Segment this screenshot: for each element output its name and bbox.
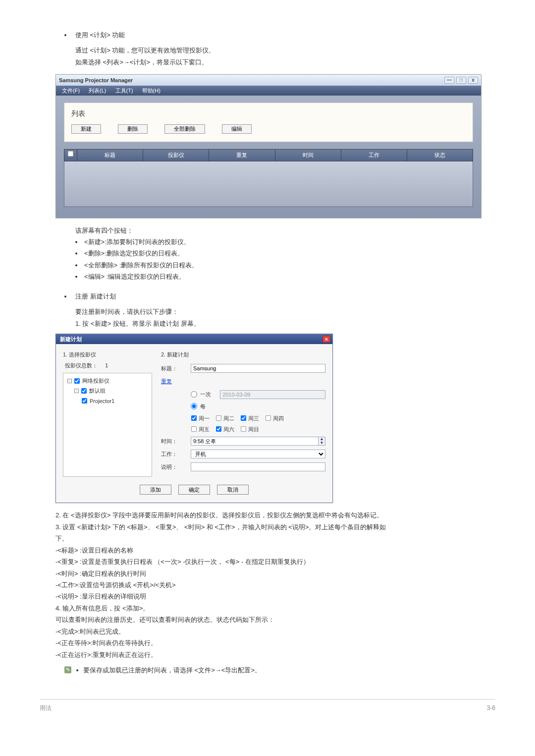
chk-tue[interactable] (216, 415, 221, 421)
def-title: -<标题> :设置日程表的名称 (55, 545, 495, 555)
projector-tree[interactable]: - 网络投影仪 - 默认组 Projector1 (63, 373, 152, 477)
maximize-button[interactable]: □ (456, 77, 466, 84)
def-desc: -<说明> :显示日程表的详细说明 (55, 591, 495, 602)
tree-collapse-icon[interactable]: - (74, 389, 79, 393)
weekday-group: 周一 周二 周三 周四 周五 周六 周日 (191, 414, 325, 434)
note-icon: ✎ (64, 666, 71, 673)
desc-input[interactable] (191, 462, 325, 471)
new-button[interactable]: 新建 (71, 124, 101, 134)
delete-button[interactable]: 删除 (118, 124, 148, 134)
menu-file[interactable]: 文件(F) (62, 86, 80, 95)
tree-item-label: Projector1 (90, 397, 114, 405)
window-titlebar: Samsung Projector Manager — □ x (56, 75, 481, 86)
projector-count-value: 1 (105, 362, 108, 368)
step2: 2. 在 <选择投影仪> 字段中选择要应用新时间表的投影仪。选择投影仪后，投影仪… (55, 510, 495, 520)
menu-help[interactable]: 帮助(H) (142, 86, 160, 95)
btn-desc-edit: <编辑> :编辑选定投影仪的日程表。 (84, 271, 185, 282)
tree-root-label: 网络投影仪 (82, 376, 109, 385)
radio-every[interactable] (191, 403, 197, 409)
list-panel-title: 列表 (71, 108, 466, 119)
chk-fri[interactable] (191, 426, 197, 432)
register-line1: 要注册新时间表，请执行以下步骤： (40, 306, 495, 317)
btn-desc-delete: <删除>:删除选定投影仪的日程表。 (84, 248, 184, 258)
menu-list[interactable]: 列表(L) (89, 86, 106, 95)
label-repeat: 重复 (161, 377, 191, 386)
status-waiting: -<正在等待>:时间表仍在等待执行。 (55, 638, 495, 648)
chk-wed[interactable] (241, 415, 246, 421)
time-input[interactable] (191, 437, 319, 446)
intro-line2: 通过 <计划> 功能，您可以更有效地管理投影仪。 (40, 45, 495, 55)
bullet-dot (64, 34, 66, 36)
btn-desc-new: <新建>:添加要制订时间表的投影仪。 (84, 237, 190, 247)
bullet-dot (64, 296, 66, 298)
dialog-close-button[interactable]: × (322, 336, 330, 343)
projector-count-label: 投影仪总数： (65, 362, 98, 368)
chk-sun[interactable] (241, 426, 246, 432)
new-schedule-title: 2. 新建计划 (161, 350, 325, 359)
chk-mon[interactable] (191, 415, 197, 421)
list-panel: 列表 新建 删除 全部删除 编辑 (64, 102, 473, 142)
def-work: -<工作>:设置信号源切换或 <开机>/<关机> (55, 580, 495, 590)
projector-manager-window: Samsung Projector Manager — □ x 文件(F) 列表… (55, 74, 482, 218)
intro-line3: 如果选择 <列表>→<计划>，将显示以下窗口。 (40, 57, 495, 67)
tree-group-checkbox[interactable] (81, 388, 87, 394)
select-projector-title: 1. 选择投影仪 (63, 350, 152, 359)
intro-line1: 使用 <计划> 功能 (75, 30, 495, 40)
label-desc: 说明： (161, 462, 191, 471)
col-title[interactable]: 标题 (77, 150, 143, 160)
label-title: 标题： (161, 364, 191, 373)
col-projector[interactable]: 投影仪 (143, 150, 209, 160)
radio-every-label: 每 (200, 402, 206, 411)
step3b: 下。 (55, 533, 495, 544)
label-work: 工作： (161, 450, 191, 458)
add-button[interactable]: 添加 (140, 485, 171, 495)
tree-root-checkbox[interactable] (74, 378, 80, 384)
select-all-checkbox[interactable] (68, 151, 74, 157)
delete-all-button[interactable]: 全部删除 (164, 124, 205, 134)
window-title: Samsung Projector Manager (59, 76, 133, 85)
chk-thu[interactable] (266, 415, 271, 421)
label-time: 时间： (161, 437, 191, 446)
grid-header: 标题 投影仪 重复 时间 工作 状态 (64, 149, 473, 161)
dialog-titlebar: 新建计划 × (56, 334, 332, 344)
register-line2: 1. 按 <新建> 按钮。将显示 新建计划 屏幕。 (40, 318, 495, 329)
new-schedule-dialog: 新建计划 × 1. 选择投影仪 投影仪总数： 1 - (55, 334, 333, 503)
note-text: 要保存或加载已注册的时间表，请选择 <文件>→<导出配置>。 (83, 665, 261, 675)
col-time[interactable]: 时间 (275, 150, 341, 160)
col-repeat[interactable]: 重复 (209, 150, 275, 160)
tree-collapse-icon[interactable]: - (67, 379, 72, 383)
tree-item-checkbox[interactable] (82, 398, 87, 403)
radio-once[interactable] (191, 391, 197, 398)
menu-bar: 文件(F) 列表(L) 工具(T) 帮助(H) (56, 86, 481, 96)
date-input (220, 390, 325, 399)
cancel-button[interactable]: 取消 (217, 485, 249, 495)
footer-left: 用法 (40, 704, 52, 713)
ok-button[interactable]: 确定 (178, 485, 210, 495)
minimize-button[interactable]: — (444, 77, 454, 84)
edit-button[interactable]: 编辑 (222, 124, 252, 134)
btn-desc-delete-all: <全部删除> :删除所有投影仪的日程表。 (84, 260, 198, 270)
chk-sat[interactable] (216, 426, 221, 432)
grid-body-empty (64, 161, 473, 207)
register-heading: 注册 新建计划 (75, 291, 495, 302)
radio-once-label: 一次 (200, 390, 211, 399)
col-work[interactable]: 工作 (341, 150, 407, 160)
bullet-dot (76, 669, 78, 671)
step5: 可以查看时间表的注册历史。还可以查看时间表的状态。状态代码如下所示： (55, 614, 495, 625)
footer-right: 3-6 (487, 704, 495, 713)
def-time: -<时间> :确定日程表的执行时间 (55, 568, 495, 579)
dialog-title: 新建计划 (60, 335, 82, 344)
time-spinner[interactable]: ▲▼ (319, 437, 325, 446)
work-select[interactable]: 开机 (191, 450, 325, 458)
def-repeat: -<重复> :设置是否重复执行日程表 （<一次> -仅执行一次， <每> - 在… (55, 556, 495, 567)
tree-group-label: 默认组 (89, 386, 106, 395)
status-complete: -<完成>:时间表已完成。 (55, 626, 495, 637)
col-status[interactable]: 状态 (407, 150, 473, 160)
status-running: -<正在运行>:重复时间表正在运行。 (55, 650, 495, 660)
step4: 4. 输入所有信息后，按 <添加>。 (55, 603, 495, 613)
menu-tools[interactable]: 工具(T) (115, 86, 133, 95)
step3a: 3. 设置 <新建计划> 下的 <标题>、 <重复>、 <时间> 和 <工作>，… (55, 522, 495, 532)
title-input[interactable] (191, 364, 325, 373)
four-buttons-lead: 该屏幕有四个按钮： (75, 225, 495, 236)
close-button[interactable]: x (468, 77, 478, 84)
